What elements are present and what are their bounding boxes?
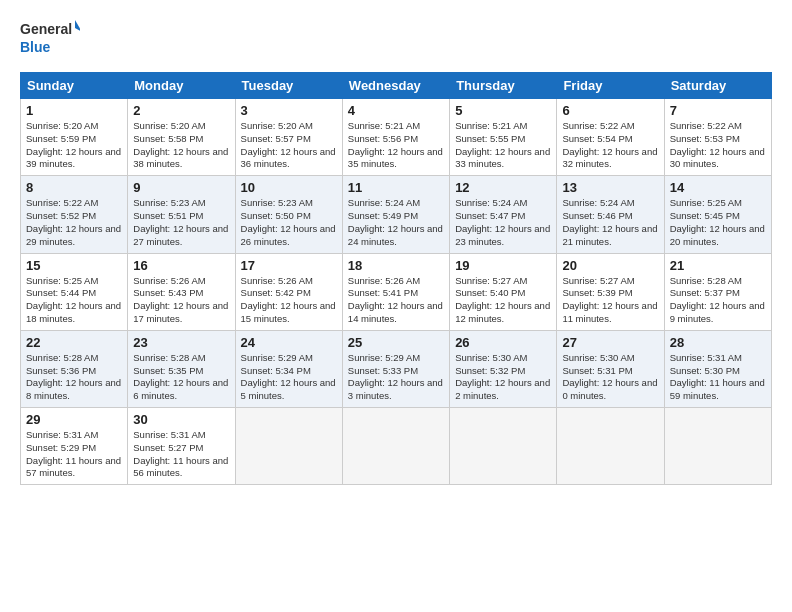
table-row: 24 Sunrise: 5:29 AMSunset: 5:34 PMDaylig… xyxy=(235,330,342,407)
table-row: 6 Sunrise: 5:22 AMSunset: 5:54 PMDayligh… xyxy=(557,99,664,176)
day-number: 20 xyxy=(562,258,658,273)
day-info: Sunrise: 5:26 AMSunset: 5:42 PMDaylight:… xyxy=(241,275,337,326)
day-info: Sunrise: 5:23 AMSunset: 5:51 PMDaylight:… xyxy=(133,197,229,248)
day-number: 30 xyxy=(133,412,229,427)
calendar-week-row: 15 Sunrise: 5:25 AMSunset: 5:44 PMDaylig… xyxy=(21,253,772,330)
day-info: Sunrise: 5:28 AMSunset: 5:35 PMDaylight:… xyxy=(133,352,229,403)
day-info: Sunrise: 5:28 AMSunset: 5:37 PMDaylight:… xyxy=(670,275,766,326)
day-number: 15 xyxy=(26,258,122,273)
calendar-week-row: 8 Sunrise: 5:22 AMSunset: 5:52 PMDayligh… xyxy=(21,176,772,253)
calendar-week-row: 1 Sunrise: 5:20 AMSunset: 5:59 PMDayligh… xyxy=(21,99,772,176)
day-info: Sunrise: 5:23 AMSunset: 5:50 PMDaylight:… xyxy=(241,197,337,248)
table-row: 11 Sunrise: 5:24 AMSunset: 5:49 PMDaylig… xyxy=(342,176,449,253)
table-row xyxy=(450,408,557,485)
day-number: 21 xyxy=(670,258,766,273)
day-number: 8 xyxy=(26,180,122,195)
table-row xyxy=(342,408,449,485)
day-info: Sunrise: 5:31 AMSunset: 5:29 PMDaylight:… xyxy=(26,429,122,480)
table-row: 20 Sunrise: 5:27 AMSunset: 5:39 PMDaylig… xyxy=(557,253,664,330)
col-saturday: Saturday xyxy=(664,73,771,99)
day-number: 1 xyxy=(26,103,122,118)
day-number: 9 xyxy=(133,180,229,195)
day-info: Sunrise: 5:22 AMSunset: 5:53 PMDaylight:… xyxy=(670,120,766,171)
day-info: Sunrise: 5:21 AMSunset: 5:56 PMDaylight:… xyxy=(348,120,444,171)
day-info: Sunrise: 5:22 AMSunset: 5:52 PMDaylight:… xyxy=(26,197,122,248)
calendar-week-row: 29 Sunrise: 5:31 AMSunset: 5:29 PMDaylig… xyxy=(21,408,772,485)
col-thursday: Thursday xyxy=(450,73,557,99)
day-number: 12 xyxy=(455,180,551,195)
table-row: 12 Sunrise: 5:24 AMSunset: 5:47 PMDaylig… xyxy=(450,176,557,253)
day-number: 27 xyxy=(562,335,658,350)
logo: General Blue xyxy=(20,16,80,60)
table-row: 1 Sunrise: 5:20 AMSunset: 5:59 PMDayligh… xyxy=(21,99,128,176)
col-tuesday: Tuesday xyxy=(235,73,342,99)
day-info: Sunrise: 5:20 AMSunset: 5:57 PMDaylight:… xyxy=(241,120,337,171)
col-friday: Friday xyxy=(557,73,664,99)
table-row: 4 Sunrise: 5:21 AMSunset: 5:56 PMDayligh… xyxy=(342,99,449,176)
table-row xyxy=(664,408,771,485)
day-number: 28 xyxy=(670,335,766,350)
day-info: Sunrise: 5:29 AMSunset: 5:34 PMDaylight:… xyxy=(241,352,337,403)
day-info: Sunrise: 5:30 AMSunset: 5:31 PMDaylight:… xyxy=(562,352,658,403)
day-number: 26 xyxy=(455,335,551,350)
table-row: 16 Sunrise: 5:26 AMSunset: 5:43 PMDaylig… xyxy=(128,253,235,330)
day-number: 24 xyxy=(241,335,337,350)
day-number: 6 xyxy=(562,103,658,118)
table-row xyxy=(557,408,664,485)
table-row: 29 Sunrise: 5:31 AMSunset: 5:29 PMDaylig… xyxy=(21,408,128,485)
svg-text:Blue: Blue xyxy=(20,39,51,55)
table-row: 18 Sunrise: 5:26 AMSunset: 5:41 PMDaylig… xyxy=(342,253,449,330)
table-row: 23 Sunrise: 5:28 AMSunset: 5:35 PMDaylig… xyxy=(128,330,235,407)
day-info: Sunrise: 5:25 AMSunset: 5:45 PMDaylight:… xyxy=(670,197,766,248)
table-row: 28 Sunrise: 5:31 AMSunset: 5:30 PMDaylig… xyxy=(664,330,771,407)
table-row: 10 Sunrise: 5:23 AMSunset: 5:50 PMDaylig… xyxy=(235,176,342,253)
day-number: 29 xyxy=(26,412,122,427)
table-row: 19 Sunrise: 5:27 AMSunset: 5:40 PMDaylig… xyxy=(450,253,557,330)
day-number: 19 xyxy=(455,258,551,273)
day-number: 18 xyxy=(348,258,444,273)
day-number: 16 xyxy=(133,258,229,273)
day-number: 22 xyxy=(26,335,122,350)
day-info: Sunrise: 5:30 AMSunset: 5:32 PMDaylight:… xyxy=(455,352,551,403)
table-row: 22 Sunrise: 5:28 AMSunset: 5:36 PMDaylig… xyxy=(21,330,128,407)
table-row: 26 Sunrise: 5:30 AMSunset: 5:32 PMDaylig… xyxy=(450,330,557,407)
table-row: 25 Sunrise: 5:29 AMSunset: 5:33 PMDaylig… xyxy=(342,330,449,407)
day-info: Sunrise: 5:27 AMSunset: 5:39 PMDaylight:… xyxy=(562,275,658,326)
day-info: Sunrise: 5:22 AMSunset: 5:54 PMDaylight:… xyxy=(562,120,658,171)
table-row: 27 Sunrise: 5:30 AMSunset: 5:31 PMDaylig… xyxy=(557,330,664,407)
table-row: 7 Sunrise: 5:22 AMSunset: 5:53 PMDayligh… xyxy=(664,99,771,176)
page: General Blue Sunday Monday Tuesday Wedne… xyxy=(0,0,792,501)
calendar-week-row: 22 Sunrise: 5:28 AMSunset: 5:36 PMDaylig… xyxy=(21,330,772,407)
col-wednesday: Wednesday xyxy=(342,73,449,99)
day-number: 7 xyxy=(670,103,766,118)
table-row: 9 Sunrise: 5:23 AMSunset: 5:51 PMDayligh… xyxy=(128,176,235,253)
day-info: Sunrise: 5:24 AMSunset: 5:46 PMDaylight:… xyxy=(562,197,658,248)
day-info: Sunrise: 5:24 AMSunset: 5:47 PMDaylight:… xyxy=(455,197,551,248)
table-row: 2 Sunrise: 5:20 AMSunset: 5:58 PMDayligh… xyxy=(128,99,235,176)
day-info: Sunrise: 5:27 AMSunset: 5:40 PMDaylight:… xyxy=(455,275,551,326)
day-info: Sunrise: 5:24 AMSunset: 5:49 PMDaylight:… xyxy=(348,197,444,248)
logo-svg: General Blue xyxy=(20,16,80,60)
table-row: 5 Sunrise: 5:21 AMSunset: 5:55 PMDayligh… xyxy=(450,99,557,176)
day-info: Sunrise: 5:29 AMSunset: 5:33 PMDaylight:… xyxy=(348,352,444,403)
day-number: 25 xyxy=(348,335,444,350)
day-number: 14 xyxy=(670,180,766,195)
day-info: Sunrise: 5:25 AMSunset: 5:44 PMDaylight:… xyxy=(26,275,122,326)
day-number: 17 xyxy=(241,258,337,273)
table-row: 21 Sunrise: 5:28 AMSunset: 5:37 PMDaylig… xyxy=(664,253,771,330)
table-row: 13 Sunrise: 5:24 AMSunset: 5:46 PMDaylig… xyxy=(557,176,664,253)
table-row: 3 Sunrise: 5:20 AMSunset: 5:57 PMDayligh… xyxy=(235,99,342,176)
day-number: 10 xyxy=(241,180,337,195)
day-info: Sunrise: 5:21 AMSunset: 5:55 PMDaylight:… xyxy=(455,120,551,171)
table-row: 8 Sunrise: 5:22 AMSunset: 5:52 PMDayligh… xyxy=(21,176,128,253)
day-number: 3 xyxy=(241,103,337,118)
table-row xyxy=(235,408,342,485)
day-number: 2 xyxy=(133,103,229,118)
table-row: 15 Sunrise: 5:25 AMSunset: 5:44 PMDaylig… xyxy=(21,253,128,330)
day-number: 13 xyxy=(562,180,658,195)
calendar-table: Sunday Monday Tuesday Wednesday Thursday… xyxy=(20,72,772,485)
day-info: Sunrise: 5:31 AMSunset: 5:27 PMDaylight:… xyxy=(133,429,229,480)
svg-text:General: General xyxy=(20,21,72,37)
svg-marker-2 xyxy=(75,20,80,32)
day-info: Sunrise: 5:28 AMSunset: 5:36 PMDaylight:… xyxy=(26,352,122,403)
